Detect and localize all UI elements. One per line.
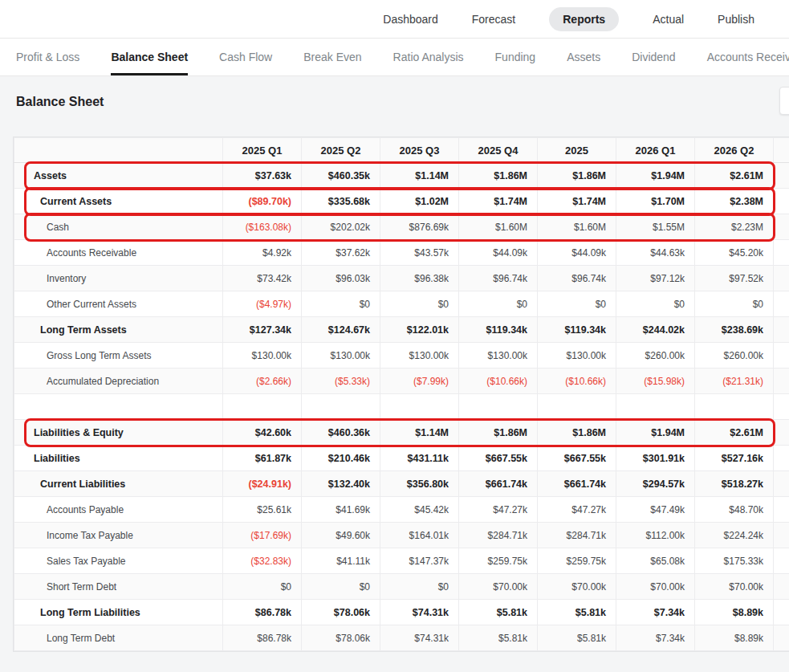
cell-value: ($32.83k) — [223, 548, 302, 574]
tab-assets[interactable]: Assets — [567, 39, 600, 75]
cell-value: ($15.98k) — [616, 369, 695, 394]
nav-forecast[interactable]: Forecast — [472, 13, 515, 26]
cell-value — [774, 317, 789, 343]
cell-value: $0 — [616, 291, 695, 317]
cell-value: $876.69k — [380, 214, 459, 240]
cell-value: $61.87k — [223, 446, 302, 471]
cell-value: $4.92k — [223, 240, 302, 266]
cell-value: $96.74k — [459, 266, 538, 291]
cell-value: $1.60M — [459, 214, 538, 240]
cell-value: $45.20k — [695, 240, 774, 266]
tab-cash-flow[interactable]: Cash Flow — [219, 39, 272, 75]
cell-value: $74.31k — [380, 625, 459, 651]
cell-value: $7.34k — [616, 600, 695, 625]
nav-reports[interactable]: Reports — [549, 7, 619, 31]
cell-value: $130.00k — [459, 343, 538, 369]
table-row: Long Term Liabilities$86.78k$78.06k$74.3… — [14, 600, 789, 625]
balance-sheet-table: 2025 Q12025 Q22025 Q32025 Q420252026 Q12… — [14, 137, 789, 651]
row-label: Liabilities & Equity — [14, 420, 223, 446]
cell-value — [774, 446, 789, 471]
cell-value: $41.69k — [302, 497, 380, 523]
tab-accounts-receivable[interactable]: Accounts Receivable — [707, 39, 789, 75]
cell-value: $70.00k — [695, 574, 774, 600]
cell-value: $112.00k — [616, 523, 695, 548]
cell-value: $97.12k — [616, 266, 695, 291]
cell-value: $1.55M — [616, 214, 695, 240]
cell-value: $86.78k — [223, 625, 302, 651]
cell-value: ($5.33k) — [302, 369, 380, 394]
row-label: Gross Long Term Assets — [14, 343, 223, 369]
top-navigation: Dashboard Forecast Reports Actual Publis… — [0, 0, 789, 39]
balance-sheet-table-container: 2025 Q12025 Q22025 Q32025 Q420252026 Q12… — [13, 136, 789, 652]
cell-value: ($24.91k) — [223, 471, 302, 497]
cell-value — [302, 394, 380, 420]
cell-value: $119.34k — [459, 317, 538, 343]
cell-value: $70.00k — [538, 574, 616, 600]
cell-value: $5.81k — [538, 600, 616, 625]
tab-dividend[interactable]: Dividend — [632, 39, 675, 75]
cell-value: $1.86M — [538, 163, 616, 189]
tab-ratio-analysis[interactable]: Ratio Analysis — [393, 39, 464, 75]
cell-value: $70.00k — [616, 574, 695, 600]
cell-value — [774, 548, 789, 574]
cell-value — [380, 394, 459, 420]
column-header: 2025 Q3 — [380, 138, 459, 163]
column-header: 2025 — [538, 138, 616, 163]
cell-value: ($7.99k) — [380, 369, 459, 394]
cell-value: $175.33k — [695, 548, 774, 574]
cell-value: ($21.31k) — [695, 369, 774, 394]
cell-value — [774, 600, 789, 625]
row-label: Liabilities — [14, 446, 223, 471]
cell-value: $42.60k — [223, 420, 302, 446]
cell-value: $47.27k — [538, 497, 616, 523]
cell-value: $667.55k — [459, 446, 538, 471]
cell-value: $49.60k — [302, 523, 380, 548]
row-label: Current Liabilities — [14, 471, 223, 497]
table-row: Sales Tax Payable($32.83k)$41.11k$147.37… — [14, 548, 789, 574]
cell-value — [774, 574, 789, 600]
row-label — [14, 394, 223, 420]
tab-break-even[interactable]: Break Even — [303, 39, 361, 75]
cell-value: $147.37k — [380, 548, 459, 574]
nav-actual[interactable]: Actual — [653, 13, 684, 26]
row-label: Accounts Receivable — [14, 240, 223, 266]
cell-value: $284.71k — [459, 523, 538, 548]
cell-value: $661.74k — [538, 471, 616, 497]
nav-publish[interactable]: Publish — [718, 13, 754, 26]
column-header: 2025 Q4 — [459, 138, 538, 163]
table-row: Long Term Assets$127.34k$124.67k$122.01k… — [14, 317, 789, 343]
cell-value — [774, 266, 789, 291]
cell-value: $518.27k — [695, 471, 774, 497]
cell-value: ($163.08k) — [223, 214, 302, 240]
row-label: Accumulated Depreciation — [14, 369, 223, 394]
cell-value: $661.74k — [459, 471, 538, 497]
cell-value: $460.35k — [302, 163, 380, 189]
tab-balance-sheet[interactable]: Balance Sheet — [111, 39, 188, 75]
spacer-row — [14, 394, 789, 420]
cell-value: $2.61M — [695, 163, 774, 189]
cell-value — [695, 394, 774, 420]
cell-value: $44.09k — [538, 240, 616, 266]
row-label: Inventory — [14, 266, 223, 291]
nav-dashboard[interactable]: Dashboard — [383, 13, 438, 26]
cell-value: $0 — [695, 291, 774, 317]
tab-funding[interactable]: Funding — [495, 39, 536, 75]
cell-value: $431.11k — [380, 446, 459, 471]
cell-value: $5.81k — [538, 625, 616, 651]
table-row: Long Term Debt$86.78k$78.06k$74.31k$5.81… — [14, 625, 789, 651]
cell-value: $70.00k — [459, 574, 538, 600]
cell-value: $2.23M — [695, 214, 774, 240]
cell-value — [774, 497, 789, 523]
content-area: Balance Sheet 2025 Q12025 Q22025 Q32025 … — [0, 76, 789, 672]
row-label: Sales Tax Payable — [14, 548, 223, 574]
column-header: 2025 Q2 — [302, 138, 380, 163]
toolbar-button-partial[interactable] — [779, 87, 789, 115]
tab-profit-and-loss[interactable]: Profit & Loss — [16, 39, 79, 75]
cell-value: $5.81k — [459, 625, 538, 651]
cell-value: $78.06k — [302, 600, 380, 625]
cell-value: $259.75k — [538, 548, 616, 574]
cell-value: $1.70M — [616, 189, 695, 214]
cell-value — [774, 523, 789, 548]
cell-value: $335.68k — [302, 189, 380, 214]
cell-value: $0 — [538, 291, 616, 317]
